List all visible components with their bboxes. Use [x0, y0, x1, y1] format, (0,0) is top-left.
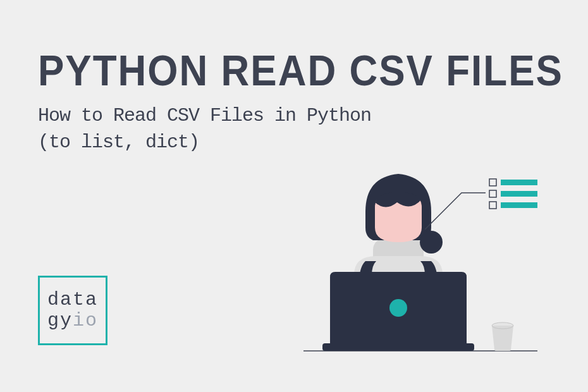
person-face	[375, 192, 422, 242]
svg-rect-7	[501, 180, 537, 185]
svg-rect-4	[489, 179, 496, 186]
callout-line	[425, 193, 486, 230]
laptop-icon	[322, 272, 474, 351]
person-laptop-illustration	[285, 168, 550, 364]
page-subtitle: How to Read CSV Files in Python (to list…	[38, 102, 371, 156]
svg-point-2	[420, 231, 443, 254]
svg-rect-8	[501, 191, 537, 197]
brand-logo: data gyio	[38, 276, 107, 345]
logo-text-line-2: gyio	[47, 310, 106, 331]
logo-text-line-1: data	[47, 290, 106, 310]
laptop-logo-icon	[389, 299, 407, 317]
list-icon	[489, 179, 537, 209]
svg-rect-3	[322, 343, 474, 351]
svg-rect-9	[501, 202, 537, 208]
page-title: PYTHON READ CSV FILES	[38, 46, 563, 95]
subtitle-line-2: (to list, dict)	[38, 129, 371, 156]
svg-rect-5	[489, 190, 496, 197]
svg-rect-6	[489, 202, 496, 209]
cup-icon	[492, 322, 513, 351]
subtitle-line-1: How to Read CSV Files in Python	[38, 102, 371, 129]
